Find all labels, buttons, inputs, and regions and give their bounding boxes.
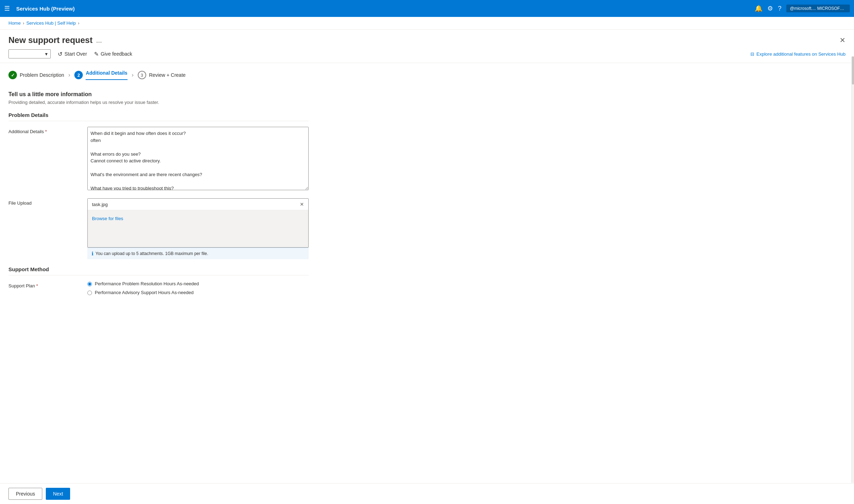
file-item: task.jpg ✕ [88, 199, 308, 210]
hamburger-icon[interactable]: ☰ [4, 5, 10, 12]
dropdown-box[interactable]: ▾ [8, 49, 51, 58]
step-1-circle: ✓ [8, 71, 17, 79]
step-sep-2: › [132, 72, 134, 82]
problem-details-header: Problem Details [8, 112, 309, 121]
radio-proactive-advisory[interactable] [87, 291, 92, 295]
help-icon[interactable]: ? [778, 5, 781, 12]
additional-details-label: Additional Details * [8, 127, 79, 191]
breadcrumb-selfhelp[interactable]: Services Hub | Self Help [26, 20, 76, 26]
feedback-icon: ✎ [94, 51, 99, 57]
additional-details-control [87, 127, 309, 191]
file-upload-row: File Upload task.jpg ✕ Browse for files … [8, 198, 309, 259]
top-bar: ☰ Services Hub (Preview) 🔔 ⚙ ? @microsof… [0, 0, 854, 17]
radio-perf-resolution-label: Performance Problem Resolution Hours As-… [95, 281, 199, 286]
file-name: task.jpg [92, 202, 108, 207]
explore-label: Explore additional features on Services … [756, 51, 846, 57]
feedback-label: Give feedback [101, 51, 132, 57]
top-bar-icons: 🔔 ⚙ ? @microsoft.... MICROSOFT (MICROSOF… [755, 5, 850, 12]
refresh-icon: ↺ [58, 51, 62, 57]
section-subtitle: Providing detailed, accurate information… [8, 100, 309, 105]
give-feedback-button[interactable]: ✎ Give feedback [94, 51, 132, 57]
file-remove-button[interactable]: ✕ [300, 201, 304, 207]
step-problem-description[interactable]: ✓ Problem Description [8, 71, 64, 83]
bell-icon[interactable]: 🔔 [755, 5, 762, 12]
step-3-label: Review + Create [149, 72, 186, 78]
breadcrumb-home[interactable]: Home [8, 20, 21, 26]
radio-option-1: Performance Problem Resolution Hours As-… [87, 281, 309, 286]
toolbar: ▾ ↺ Start Over ✎ Give feedback ⊟ Explore… [0, 45, 854, 63]
radio-option-2: Performance Advisory Support Hours As-ne… [87, 290, 309, 295]
file-info-text: You can upload up to 5 attachments. 1GB … [95, 251, 208, 256]
support-plan-options: Performance Problem Resolution Hours As-… [87, 281, 309, 299]
support-plan-required: * [36, 283, 38, 288]
gear-icon[interactable]: ⚙ [767, 5, 773, 12]
info-icon: ℹ [92, 251, 93, 256]
file-browse-area: Browse for files [88, 210, 308, 225]
page-header: New support request ... ✕ [0, 30, 854, 45]
file-upload-box[interactable]: task.jpg ✕ Browse for files [87, 198, 309, 248]
file-upload-control: task.jpg ✕ Browse for files ℹ You can up… [87, 198, 309, 259]
file-upload-label: File Upload [8, 198, 79, 259]
breadcrumb-sep-2: › [78, 21, 79, 26]
support-plan-label: Support Plan * [8, 281, 79, 299]
support-plan-row: Support Plan * Performance Problem Resol… [8, 281, 309, 299]
main-content: Tell us a little more information Provid… [0, 84, 317, 313]
additional-details-textarea[interactable] [87, 127, 309, 190]
radio-proactive-advisory-label: Performance Advisory Support Hours As-ne… [95, 290, 193, 295]
start-over-label: Start Over [64, 51, 87, 57]
page-title: New support request [8, 35, 93, 45]
radio-perf-resolution[interactable] [87, 282, 92, 286]
explore-features-link[interactable]: ⊟ Explore additional features on Service… [750, 51, 846, 57]
required-indicator: * [45, 129, 47, 134]
file-info: ℹ You can upload up to 5 attachments. 1G… [87, 248, 309, 259]
app-title: Services Hub (Preview) [16, 6, 751, 12]
step-2-label: Additional Details [86, 70, 127, 80]
breadcrumb-sep-1: › [23, 21, 24, 26]
scrollbar[interactable] [851, 56, 854, 313]
start-over-button[interactable]: ↺ Start Over [58, 51, 87, 57]
step-2-circle: 2 [74, 71, 83, 79]
section-title: Tell us a little more information [8, 91, 309, 98]
explore-icon: ⊟ [750, 51, 754, 57]
step-1-label: Problem Description [20, 72, 64, 78]
support-method-header: Support Method [8, 266, 309, 275]
additional-details-row: Additional Details * [8, 127, 309, 191]
step-3-circle: 3 [138, 71, 146, 79]
user-account[interactable]: @microsoft.... MICROSOFT (MICROSOFT.ONMI… [786, 5, 850, 12]
step-additional-details[interactable]: 2 Additional Details [74, 70, 127, 84]
scroll-thumb[interactable] [852, 56, 854, 85]
breadcrumb: Home › Services Hub | Self Help › [0, 17, 854, 30]
browse-for-files-link[interactable]: Browse for files [92, 216, 123, 221]
step-review-create[interactable]: 3 Review + Create [138, 71, 186, 83]
dropdown-chevron-icon: ▾ [45, 51, 48, 57]
page-title-dots[interactable]: ... [96, 36, 102, 44]
close-button[interactable]: ✕ [840, 36, 846, 44]
step-sep-1: › [68, 72, 70, 82]
steps-nav: ✓ Problem Description › 2 Additional Det… [0, 63, 854, 84]
toolbar-dropdown[interactable]: ▾ [8, 49, 51, 58]
